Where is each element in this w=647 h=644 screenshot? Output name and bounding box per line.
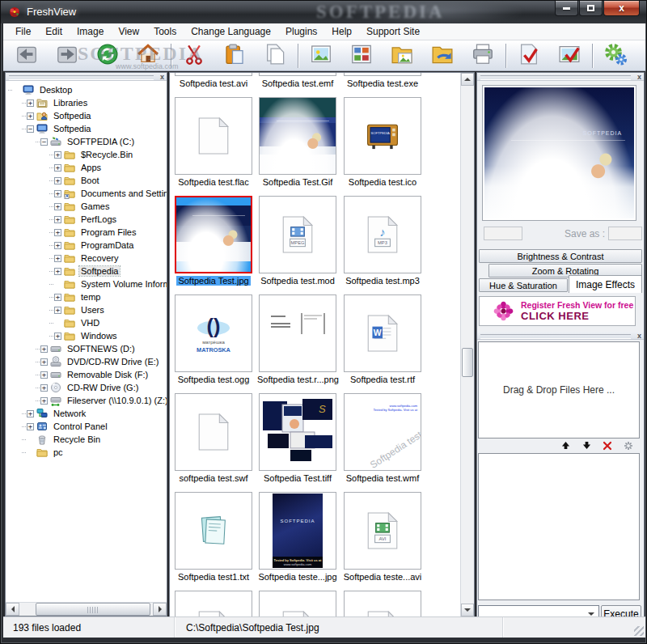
menu-item-plugins[interactable]: Plugins bbox=[278, 24, 324, 39]
expand-toggle-icon[interactable]: + bbox=[54, 294, 61, 301]
tree-item-temp[interactable]: +temp bbox=[6, 290, 167, 303]
expand-toggle-icon[interactable]: + bbox=[40, 371, 48, 379]
close-button[interactable]: x bbox=[603, 1, 640, 16]
thumbnail-softpedia-test-rtf[interactable]: W bbox=[344, 294, 421, 372]
folder-images-button[interactable] bbox=[385, 42, 419, 70]
folder-export-button[interactable] bbox=[425, 42, 459, 70]
thumbnail-softpedia-test-wmf[interactable]: www.softpedia.comTested by Softpedia. Vi… bbox=[344, 393, 421, 471]
tree-item-desktop[interactable]: Desktop bbox=[6, 83, 167, 96]
save-as-field[interactable] bbox=[608, 227, 642, 240]
expand-toggle-icon[interactable]: + bbox=[27, 100, 34, 107]
brightness-contrast-button[interactable]: Brightness & Contrast bbox=[479, 249, 642, 263]
register-ad-banner[interactable]: Register Fresh View for free CLICK HERE bbox=[479, 296, 636, 326]
thumbnail-softpedia-test-exe[interactable] bbox=[344, 73, 421, 76]
tree-item-cd-rw-drive-g[interactable]: +CD-RW Drive (G:) bbox=[6, 381, 167, 394]
thumbnail-label[interactable]: Softpedia test.r...png bbox=[256, 375, 340, 384]
expand-toggle-icon[interactable]: + bbox=[27, 423, 34, 430]
expand-toggle-icon[interactable]: + bbox=[54, 255, 61, 262]
tree-item-vhd[interactable]: VHD bbox=[6, 316, 167, 329]
tree-item-programdata[interactable]: +ProgramData bbox=[6, 239, 167, 252]
expand-toggle-icon[interactable]: + bbox=[40, 397, 48, 405]
menu-item-edit[interactable]: Edit bbox=[38, 24, 70, 39]
expand-toggle-icon[interactable]: + bbox=[54, 203, 61, 210]
tree-scroll-track[interactable] bbox=[19, 603, 153, 616]
thumbnail-label[interactable]: Softpedia test1.txt bbox=[171, 572, 256, 582]
thumbnail-label[interactable]: Softpedia Test.jpg bbox=[171, 276, 256, 286]
dragdrop-panel-close-icon[interactable]: x bbox=[637, 332, 641, 340]
cut-button[interactable] bbox=[177, 42, 211, 70]
scroll-left-button[interactable] bbox=[6, 603, 19, 616]
drag-drop-zone[interactable]: Drag & Drop Files Here ... bbox=[478, 341, 640, 439]
tree-item-control-panel[interactable]: +Control Panel bbox=[6, 420, 167, 433]
thumbnail-softpedia-test-emf[interactable] bbox=[259, 73, 336, 76]
menu-item-help[interactable]: Help bbox=[324, 24, 359, 39]
maximize-button[interactable] bbox=[579, 1, 603, 16]
batch-file-list[interactable] bbox=[478, 453, 640, 600]
expand-toggle-icon[interactable]: + bbox=[27, 112, 34, 120]
tree-item-network[interactable]: +Network bbox=[6, 407, 167, 420]
thumbnails-view-button[interactable] bbox=[345, 42, 378, 70]
scroll-down-button[interactable] bbox=[461, 604, 474, 616]
thumbnail-label[interactable]: Softpedia test.emf bbox=[256, 78, 340, 88]
expand-toggle-icon[interactable]: + bbox=[54, 242, 61, 249]
thumbnail-softpedia-test-r-png[interactable] bbox=[259, 294, 336, 372]
tree-item-dvd-cd-rw-drive-e[interactable]: +DVD/CD-RW Drive (E:) bbox=[6, 355, 167, 368]
menu-item-support-site[interactable]: Support Site bbox=[359, 24, 427, 39]
thumbnail-softpedia-test-tiff[interactable]: S bbox=[259, 393, 336, 471]
collapse-toggle-icon[interactable]: − bbox=[40, 138, 48, 146]
menu-item-view[interactable]: View bbox=[111, 24, 146, 39]
thumbnail-softpedia-teste-jpg[interactable]: SOFTPEDIATested by Softpedia. Visit us a… bbox=[259, 492, 336, 570]
thumbnail-softpedia-test1-txt[interactable] bbox=[175, 492, 252, 570]
thumbnail-label[interactable]: Softpedia teste...avi bbox=[340, 572, 425, 582]
expand-toggle-icon[interactable]: + bbox=[54, 229, 61, 236]
thumbnail-partial[interactable] bbox=[344, 591, 421, 616]
scroll-up-button[interactable] bbox=[461, 73, 474, 86]
quality-field[interactable] bbox=[484, 227, 522, 240]
thumbnail-label[interactable]: Softpedia test.ogg bbox=[171, 375, 256, 384]
thumbnail-label[interactable]: Softpedia test.wmf bbox=[340, 473, 425, 483]
next-button[interactable] bbox=[50, 42, 84, 70]
expand-toggle-icon[interactable]: + bbox=[54, 216, 61, 223]
thumbnail-softpedia-test-mod[interactable]: MPEG bbox=[259, 196, 336, 273]
expand-toggle-icon[interactable]: + bbox=[54, 190, 61, 197]
tree-item-perflogs[interactable]: +PerfLogs bbox=[6, 213, 167, 226]
thumbnail-softpedia-test-avi[interactable] bbox=[175, 73, 252, 76]
expand-toggle-icon[interactable]: + bbox=[54, 333, 61, 340]
thumbnail-label[interactable]: Softpedia test.ico bbox=[340, 177, 425, 187]
tree-item-recycle-bin[interactable]: +$Recycle.Bin bbox=[6, 148, 167, 161]
thumbnail-softpedia-test-ico[interactable]: SOFTPEDIA bbox=[344, 97, 421, 175]
thumbnail-label[interactable]: Softpedia test.rtf bbox=[340, 375, 425, 384]
expand-toggle-icon[interactable]: + bbox=[54, 268, 61, 275]
thumbnail-partial[interactable] bbox=[175, 591, 252, 616]
tab-image-effects[interactable]: Image Effects bbox=[569, 275, 642, 293]
thumbnail-softpedia-test-jpg[interactable] bbox=[175, 196, 252, 273]
preview-panel-close-icon[interactable]: x bbox=[637, 73, 641, 81]
previous-button[interactable] bbox=[10, 42, 44, 70]
check-file-button[interactable] bbox=[512, 42, 546, 70]
tree-item-fileserver-10-9-0-1-z[interactable]: +Fileserver (\\10.9.0.1) (Z:) bbox=[6, 394, 167, 407]
tree-item-recycle-bin[interactable]: Recycle Bin bbox=[6, 433, 167, 446]
thumbnail-softpedia-test-gif[interactable] bbox=[259, 97, 336, 175]
tree-item-softpedia-c[interactable]: −SOFTPEDIA (C:) bbox=[6, 135, 167, 148]
tree-item-boot[interactable]: +Boot bbox=[6, 174, 167, 187]
thumbnail-label[interactable]: Softpedia test.mp3 bbox=[340, 276, 425, 286]
tree-item-recovery[interactable]: +Recovery bbox=[6, 252, 167, 265]
expand-toggle-icon[interactable]: + bbox=[54, 177, 61, 184]
tree-item-softpedia[interactable]: −Softpedia bbox=[6, 122, 167, 135]
thumbnail-label[interactable]: softpedia test.swf bbox=[171, 473, 256, 483]
tree-item-program-files[interactable]: +Program Files bbox=[6, 226, 167, 239]
menu-item-change-language[interactable]: Change Language bbox=[184, 24, 278, 39]
thumbnail-softpedia-test-mp3[interactable]: ♪MP3 bbox=[344, 196, 421, 273]
expand-toggle-icon[interactable]: + bbox=[54, 164, 61, 172]
resize-grip[interactable] bbox=[634, 626, 644, 636]
tree-item-users[interactable]: +Users bbox=[6, 303, 167, 316]
menu-item-image[interactable]: Image bbox=[70, 24, 111, 39]
tree-item-pc[interactable]: pc bbox=[6, 446, 167, 459]
thumbnail-softpedia-test-flac[interactable] bbox=[175, 97, 252, 175]
minimize-button[interactable] bbox=[555, 1, 578, 16]
tree-item-removable-disk-f[interactable]: +Removable Disk (F:) bbox=[6, 368, 167, 381]
thumbnail-scroll-thumb[interactable] bbox=[462, 348, 473, 377]
expand-toggle-icon[interactable]: + bbox=[27, 410, 34, 417]
tree-item-windows[interactable]: +Windows bbox=[6, 329, 167, 342]
expand-toggle-icon[interactable]: + bbox=[40, 345, 48, 353]
